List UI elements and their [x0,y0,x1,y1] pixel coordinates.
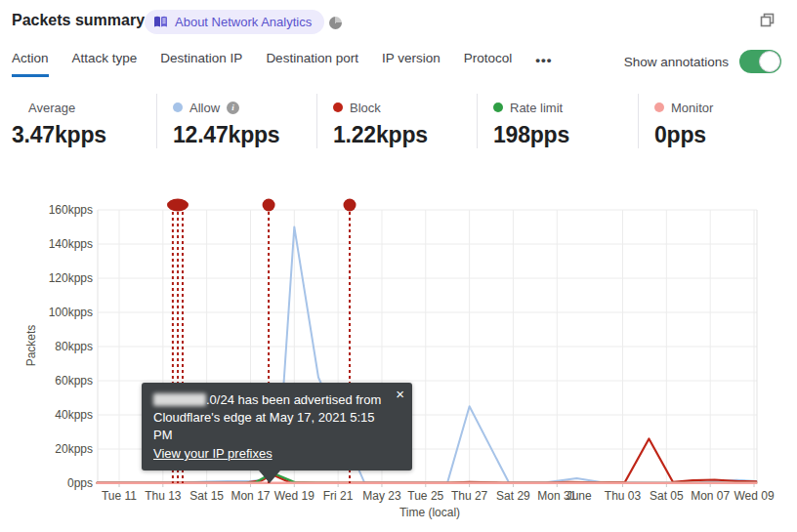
y-axis-title: Packets [24,307,38,385]
redacted-ip-prefix [153,393,206,406]
annotation-marker[interactable] [263,199,275,212]
y-axis-tick: 20kpps [24,442,93,456]
annotation-marker[interactable] [167,199,189,212]
y-axis-tick: 160kpps [24,203,93,217]
y-axis-tick: 140kpps [24,237,93,251]
annotation-marker[interactable] [344,199,357,212]
view-ip-prefixes-link[interactable]: View your IP prefixes [153,445,273,463]
annotation-tooltip: × .0/24 has been advertised from Cloudfl… [142,383,412,471]
tooltip-caret [259,471,280,483]
network-analytics-panel: Packets summary About Network Analytics … [0,0,797,532]
close-icon[interactable]: × [396,387,404,402]
y-axis-tick: 0pps [24,476,93,490]
y-axis-tick: 120kpps [24,271,93,285]
x-axis-title: Time (local) [386,506,474,519]
y-axis-tick: 40kpps [24,408,93,422]
x-axis-tick: Wed 09 [724,489,784,503]
